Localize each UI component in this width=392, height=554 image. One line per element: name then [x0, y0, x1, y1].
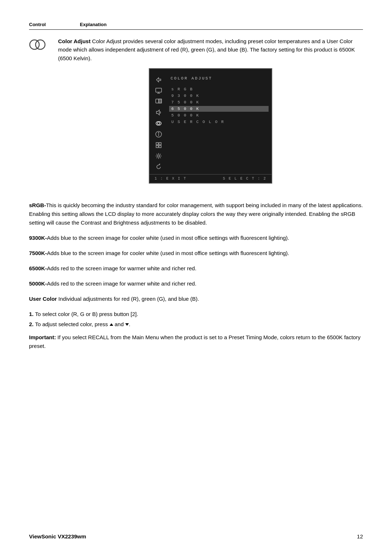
footer-brand: ViewSonic VX2239wm [29, 533, 86, 539]
osd-icon-7 [154, 141, 164, 149]
user-color-step1: 1. To select color (R, G or B) press but… [29, 310, 363, 319]
osd-menu-item-5000k: 5 0 0 0 K [169, 112, 269, 118]
header-control-label: Control [29, 22, 80, 27]
osd-inner: COLOR ADJUST s R G B 9 3 0 0 K 7 5 0 0 K… [150, 69, 271, 174]
osd-icon-3 [154, 97, 164, 106]
5000k-bold: 5000K- [29, 280, 47, 287]
osd-icon-9 [154, 163, 164, 171]
9300k-bold: 9300K- [29, 235, 47, 241]
osd-menu-item-srgb: s R G B [169, 86, 269, 92]
user-color-desc: Individual adjustments for red (R), gree… [57, 296, 199, 302]
step1-number: 1. [29, 311, 34, 317]
header-row: Control Explanation [29, 22, 363, 30]
header-explanation-label: Explanation [80, 22, 107, 27]
important-text: If you select RECALL from the Main Menu … [29, 334, 360, 349]
brand-name: ViewSonic [29, 533, 56, 539]
osd-content-area: COLOR ADJUST s R G B 9 3 0 0 K 7 5 0 0 K… [168, 73, 271, 174]
7500k-bold: 7500K- [29, 250, 47, 256]
9300k-text: Adds blue to the screen image for cooler… [47, 235, 289, 241]
para-6500k: 6500K-Adds red to the screen image for w… [29, 264, 363, 273]
color-adjust-text: Color Adjust Color Adjust provides sever… [58, 37, 363, 62]
svg-point-12 [158, 132, 159, 133]
arrow-up-icon [110, 323, 113, 326]
svg-rect-14 [159, 143, 161, 145]
svg-marker-7 [156, 110, 159, 115]
para-srgb: sRGB-This is quickly becoming the indust… [29, 201, 363, 227]
svg-point-17 [158, 155, 160, 157]
page-footer: ViewSonic VX2239wm 12 [29, 533, 363, 539]
svg-point-0 [30, 40, 39, 49]
osd-footer-select: S E L E C T : 2 [223, 177, 266, 181]
6500k-bold: 6500K- [29, 265, 47, 271]
osd-title: COLOR ADJUST [169, 75, 269, 81]
svg-rect-16 [159, 145, 161, 148]
osd-menu-item-7500k: 7 5 0 0 K [169, 99, 269, 105]
osd-icon-2 [154, 86, 164, 95]
arrow-down-icon [125, 323, 129, 326]
step2-number: 2. [29, 321, 34, 327]
model-name: VX2239wm [58, 533, 86, 539]
svg-point-1 [36, 40, 45, 49]
svg-rect-2 [156, 88, 162, 92]
color-adjust-section: Color Adjust Color Adjust provides sever… [29, 37, 363, 192]
color-adjust-description: Color Adjust Color Adjust provides sever… [58, 37, 363, 192]
osd-icon-5-active [154, 119, 164, 128]
step2-text: To adjust selected color, press [35, 321, 108, 327]
svg-rect-15 [156, 145, 158, 148]
osd-sidebar [150, 73, 168, 174]
svg-rect-13 [156, 143, 158, 145]
osd-icon-8 [154, 152, 164, 160]
para-5000k: 5000K-Adds red to the screen image for w… [29, 279, 363, 288]
page-container: Control Explanation Color Adjust Color A… [0, 0, 392, 554]
important-label: Important: [29, 334, 56, 340]
6500k-text: Adds red to the screen image for warmer … [47, 265, 196, 271]
srgb-bold: sRGB- [29, 202, 46, 208]
osd-footer: 1 : E X I T S E L E C T : 2 [150, 174, 271, 183]
osd-menu-item-6500k-selected: 6 5 0 0 K [169, 106, 269, 112]
osd-icon-4 [154, 108, 164, 117]
para-7500k: 7500K-Adds blue to the screen image for … [29, 249, 363, 258]
para-9300k: 9300K-Adds blue to the screen image for … [29, 234, 363, 242]
5000k-text: Adds red to the screen image for warmer … [47, 280, 196, 287]
osd-display: COLOR ADJUST s R G B 9 3 0 0 K 7 5 0 0 K… [149, 68, 272, 184]
step2-and: and [115, 321, 124, 327]
user-color-step2: 2. To adjust selected color, press and . [29, 320, 363, 329]
7500k-text: Adds blue to the screen image for cooler… [47, 250, 289, 256]
para-important: Important: If you select RECALL from the… [29, 333, 363, 350]
osd-menu-item-user-color: U S E R C O L O R [169, 119, 269, 125]
osd-icon-6 [154, 130, 164, 139]
para-user-color: User Color Individual adjustments for re… [29, 295, 363, 303]
osd-menu-item-9300k: 9 3 0 0 K [169, 93, 269, 99]
color-adjust-icon [29, 38, 45, 52]
user-color-label: User Color [29, 296, 57, 302]
osd-footer-exit: 1 : E X I T [155, 177, 187, 181]
osd-icon-1 [154, 75, 164, 84]
svg-rect-6 [159, 99, 162, 103]
srgb-text: This is quickly becoming the industry st… [29, 202, 363, 226]
footer-page-number: 12 [357, 533, 363, 539]
icon-cell [29, 37, 51, 52]
